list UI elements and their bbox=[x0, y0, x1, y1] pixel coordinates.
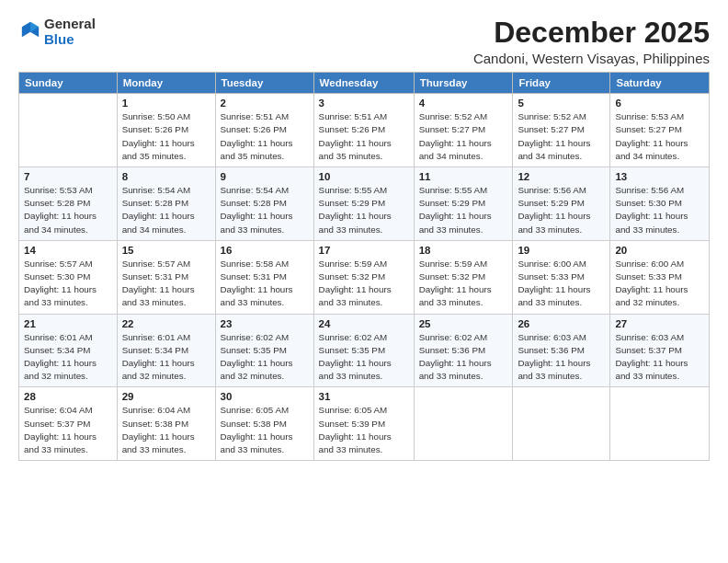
logo: General Blue bbox=[18, 17, 96, 47]
day-info: Sunrise: 5:58 AM Sunset: 5:31 PM Dayligh… bbox=[221, 258, 309, 310]
calendar-cell: 2Sunrise: 5:51 AM Sunset: 5:26 PM Daylig… bbox=[215, 94, 313, 167]
week-row-2: 7Sunrise: 5:53 AM Sunset: 5:28 PM Daylig… bbox=[19, 167, 710, 241]
day-number: 31 bbox=[319, 391, 409, 402]
day-number: 20 bbox=[615, 245, 704, 256]
day-info: Sunrise: 6:00 AM Sunset: 5:33 PM Dayligh… bbox=[615, 258, 704, 310]
day-info: Sunrise: 5:55 AM Sunset: 5:29 PM Dayligh… bbox=[319, 184, 409, 236]
calendar-table: SundayMondayTuesdayWednesdayThursdayFrid… bbox=[18, 72, 710, 461]
week-row-4: 21Sunrise: 6:01 AM Sunset: 5:34 PM Dayli… bbox=[19, 314, 710, 387]
day-number: 30 bbox=[221, 391, 309, 402]
day-number: 9 bbox=[221, 171, 309, 182]
calendar-cell bbox=[610, 387, 710, 461]
calendar-cell: 20Sunrise: 6:00 AM Sunset: 5:33 PM Dayli… bbox=[610, 240, 710, 314]
day-number: 15 bbox=[122, 245, 210, 256]
calendar-cell: 4Sunrise: 5:52 AM Sunset: 5:27 PM Daylig… bbox=[414, 94, 513, 167]
day-number: 17 bbox=[319, 245, 409, 256]
week-row-5: 28Sunrise: 6:04 AM Sunset: 5:37 PM Dayli… bbox=[19, 387, 710, 461]
day-info: Sunrise: 6:03 AM Sunset: 5:36 PM Dayligh… bbox=[518, 331, 605, 384]
week-row-1: 1Sunrise: 5:50 AM Sunset: 5:26 PM Daylig… bbox=[19, 94, 710, 167]
day-info: Sunrise: 6:04 AM Sunset: 5:38 PM Dayligh… bbox=[122, 404, 210, 456]
day-info: Sunrise: 5:54 AM Sunset: 5:28 PM Dayligh… bbox=[221, 184, 309, 236]
day-number: 1 bbox=[122, 98, 210, 109]
day-info: Sunrise: 6:02 AM Sunset: 5:36 PM Dayligh… bbox=[419, 331, 508, 384]
day-info: Sunrise: 5:51 AM Sunset: 5:26 PM Dayligh… bbox=[319, 110, 409, 163]
day-info: Sunrise: 5:59 AM Sunset: 5:32 PM Dayligh… bbox=[319, 258, 409, 310]
location-title: Candoni, Western Visayas, Philippines bbox=[473, 51, 710, 66]
day-info: Sunrise: 5:51 AM Sunset: 5:26 PM Dayligh… bbox=[221, 110, 309, 163]
logo-general-text: General bbox=[44, 17, 96, 32]
calendar-cell: 9Sunrise: 5:54 AM Sunset: 5:28 PM Daylig… bbox=[215, 167, 313, 241]
day-number: 3 bbox=[319, 98, 409, 109]
day-number: 27 bbox=[615, 318, 704, 329]
day-number: 13 bbox=[615, 171, 704, 182]
day-number: 29 bbox=[122, 391, 210, 402]
day-info: Sunrise: 6:05 AM Sunset: 5:39 PM Dayligh… bbox=[319, 404, 409, 456]
day-info: Sunrise: 6:02 AM Sunset: 5:35 PM Dayligh… bbox=[221, 331, 309, 384]
day-number: 19 bbox=[518, 245, 605, 256]
header: General Blue December 2025 Candoni, West… bbox=[18, 17, 710, 66]
calendar-cell: 25Sunrise: 6:02 AM Sunset: 5:36 PM Dayli… bbox=[414, 314, 513, 387]
page: General Blue December 2025 Candoni, West… bbox=[0, 0, 728, 563]
calendar-cell: 22Sunrise: 6:01 AM Sunset: 5:34 PM Dayli… bbox=[117, 314, 215, 387]
title-block: December 2025 Candoni, Western Visayas, … bbox=[473, 17, 710, 66]
calendar-cell: 5Sunrise: 5:52 AM Sunset: 5:27 PM Daylig… bbox=[513, 94, 610, 167]
day-info: Sunrise: 5:55 AM Sunset: 5:29 PM Dayligh… bbox=[419, 184, 508, 236]
day-info: Sunrise: 6:01 AM Sunset: 5:34 PM Dayligh… bbox=[24, 331, 112, 384]
calendar-cell: 28Sunrise: 6:04 AM Sunset: 5:37 PM Dayli… bbox=[19, 387, 118, 461]
day-number: 25 bbox=[419, 318, 508, 329]
calendar-cell: 7Sunrise: 5:53 AM Sunset: 5:28 PM Daylig… bbox=[19, 167, 118, 241]
calendar-cell: 26Sunrise: 6:03 AM Sunset: 5:36 PM Dayli… bbox=[513, 314, 610, 387]
calendar-cell: 21Sunrise: 6:01 AM Sunset: 5:34 PM Dayli… bbox=[19, 314, 118, 387]
weekday-header-row: SundayMondayTuesdayWednesdayThursdayFrid… bbox=[19, 73, 710, 94]
weekday-header-thursday: Thursday bbox=[414, 73, 513, 94]
calendar-cell: 6Sunrise: 5:53 AM Sunset: 5:27 PM Daylig… bbox=[610, 94, 710, 167]
day-number: 21 bbox=[24, 318, 112, 329]
day-number: 18 bbox=[419, 245, 508, 256]
day-info: Sunrise: 5:59 AM Sunset: 5:32 PM Dayligh… bbox=[419, 258, 508, 310]
calendar-cell: 10Sunrise: 5:55 AM Sunset: 5:29 PM Dayli… bbox=[313, 167, 414, 241]
calendar-cell: 19Sunrise: 6:00 AM Sunset: 5:33 PM Dayli… bbox=[513, 240, 610, 314]
calendar-cell: 11Sunrise: 5:55 AM Sunset: 5:29 PM Dayli… bbox=[414, 167, 513, 241]
day-number: 14 bbox=[24, 245, 112, 256]
calendar-cell: 16Sunrise: 5:58 AM Sunset: 5:31 PM Dayli… bbox=[215, 240, 313, 314]
logo-icon bbox=[20, 20, 40, 40]
day-info: Sunrise: 6:00 AM Sunset: 5:33 PM Dayligh… bbox=[518, 258, 605, 310]
day-number: 23 bbox=[221, 318, 309, 329]
calendar-cell: 18Sunrise: 5:59 AM Sunset: 5:32 PM Dayli… bbox=[414, 240, 513, 314]
day-number: 22 bbox=[122, 318, 210, 329]
calendar-cell: 12Sunrise: 5:56 AM Sunset: 5:29 PM Dayli… bbox=[513, 167, 610, 241]
day-number: 24 bbox=[319, 318, 409, 329]
weekday-header-sunday: Sunday bbox=[19, 73, 118, 94]
day-info: Sunrise: 6:02 AM Sunset: 5:35 PM Dayligh… bbox=[319, 331, 409, 384]
calendar-cell bbox=[513, 387, 610, 461]
calendar-cell: 15Sunrise: 5:57 AM Sunset: 5:31 PM Dayli… bbox=[117, 240, 215, 314]
day-info: Sunrise: 5:52 AM Sunset: 5:27 PM Dayligh… bbox=[518, 110, 605, 163]
calendar-cell: 8Sunrise: 5:54 AM Sunset: 5:28 PM Daylig… bbox=[117, 167, 215, 241]
week-row-3: 14Sunrise: 5:57 AM Sunset: 5:30 PM Dayli… bbox=[19, 240, 710, 314]
calendar-cell: 31Sunrise: 6:05 AM Sunset: 5:39 PM Dayli… bbox=[313, 387, 414, 461]
day-info: Sunrise: 6:01 AM Sunset: 5:34 PM Dayligh… bbox=[122, 331, 210, 384]
day-info: Sunrise: 5:50 AM Sunset: 5:26 PM Dayligh… bbox=[122, 110, 210, 163]
calendar-cell: 27Sunrise: 6:03 AM Sunset: 5:37 PM Dayli… bbox=[610, 314, 710, 387]
weekday-header-monday: Monday bbox=[117, 73, 215, 94]
day-info: Sunrise: 6:05 AM Sunset: 5:38 PM Dayligh… bbox=[221, 404, 309, 456]
day-number: 12 bbox=[518, 171, 605, 182]
day-info: Sunrise: 5:56 AM Sunset: 5:30 PM Dayligh… bbox=[615, 184, 704, 236]
month-title: December 2025 bbox=[473, 17, 710, 49]
calendar-cell: 3Sunrise: 5:51 AM Sunset: 5:26 PM Daylig… bbox=[313, 94, 414, 167]
calendar-cell: 13Sunrise: 5:56 AM Sunset: 5:30 PM Dayli… bbox=[610, 167, 710, 241]
day-info: Sunrise: 6:03 AM Sunset: 5:37 PM Dayligh… bbox=[615, 331, 704, 384]
day-info: Sunrise: 5:54 AM Sunset: 5:28 PM Dayligh… bbox=[122, 184, 210, 236]
day-number: 11 bbox=[419, 171, 508, 182]
day-number: 28 bbox=[24, 391, 112, 402]
calendar-cell bbox=[414, 387, 513, 461]
calendar-cell: 24Sunrise: 6:02 AM Sunset: 5:35 PM Dayli… bbox=[313, 314, 414, 387]
calendar-cell bbox=[19, 94, 118, 167]
day-number: 5 bbox=[518, 98, 605, 109]
day-number: 6 bbox=[615, 98, 704, 109]
weekday-header-wednesday: Wednesday bbox=[313, 73, 414, 94]
day-info: Sunrise: 5:52 AM Sunset: 5:27 PM Dayligh… bbox=[419, 110, 508, 163]
day-info: Sunrise: 5:57 AM Sunset: 5:31 PM Dayligh… bbox=[122, 258, 210, 310]
weekday-header-friday: Friday bbox=[513, 73, 610, 94]
day-info: Sunrise: 5:56 AM Sunset: 5:29 PM Dayligh… bbox=[518, 184, 605, 236]
